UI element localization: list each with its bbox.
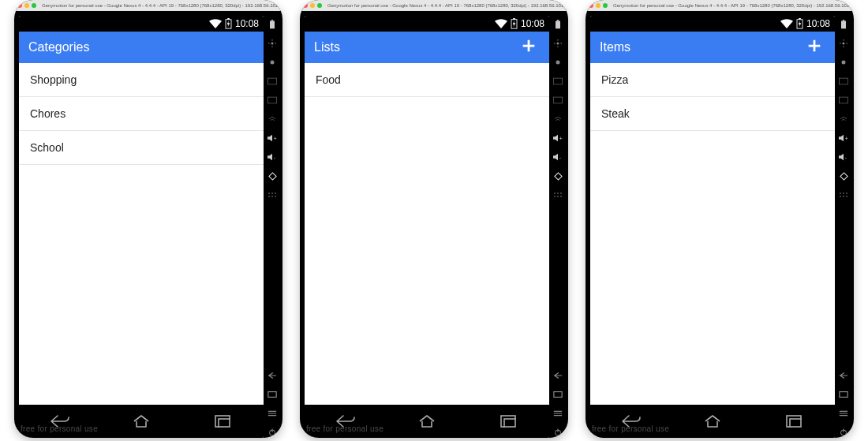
power-icon[interactable] bbox=[267, 427, 278, 438]
capture-icon[interactable] bbox=[838, 76, 849, 87]
list-item[interactable]: Chores bbox=[19, 97, 264, 131]
add-button[interactable] bbox=[518, 36, 540, 58]
svg-rect-22 bbox=[268, 392, 276, 398]
id-icon[interactable] bbox=[838, 95, 849, 106]
svg-point-7 bbox=[271, 43, 274, 45]
battery-icon[interactable] bbox=[267, 19, 278, 30]
svg-marker-43 bbox=[553, 154, 558, 161]
svg-point-80 bbox=[843, 196, 844, 197]
home-button[interactable] bbox=[697, 412, 728, 431]
svg-rect-75 bbox=[840, 172, 847, 179]
volume-up-icon[interactable]: + bbox=[838, 133, 849, 144]
svg-point-77 bbox=[843, 192, 844, 194]
network-icon[interactable] bbox=[267, 114, 278, 125]
add-button[interactable] bbox=[803, 36, 825, 58]
volume-down-icon[interactable]: - bbox=[838, 151, 849, 163]
toolbar-menu-icon[interactable] bbox=[838, 408, 849, 419]
toolbar-back-icon[interactable] bbox=[838, 370, 849, 381]
power-icon[interactable] bbox=[838, 427, 849, 438]
gps-icon[interactable] bbox=[838, 38, 849, 49]
camera-icon[interactable] bbox=[838, 57, 849, 68]
toolbar-back-icon[interactable] bbox=[552, 370, 563, 381]
svg-point-17 bbox=[271, 192, 273, 194]
svg-point-49 bbox=[554, 196, 556, 197]
toolbar-menu-icon[interactable] bbox=[267, 408, 278, 419]
volume-down-icon[interactable]: - bbox=[552, 151, 563, 163]
app-bar: Categories bbox=[19, 32, 264, 63]
svg-rect-35 bbox=[556, 21, 560, 29]
list-item[interactable]: Pizza bbox=[590, 63, 835, 97]
battery-charging-icon bbox=[225, 18, 232, 29]
capture-icon[interactable] bbox=[552, 76, 563, 87]
minimize-window-icon[interactable] bbox=[310, 3, 315, 8]
svg-rect-45 bbox=[554, 172, 561, 179]
toolbar-recent-icon[interactable] bbox=[838, 389, 849, 400]
battery-icon[interactable] bbox=[838, 19, 849, 30]
svg-point-48 bbox=[560, 192, 562, 194]
network-icon[interactable] bbox=[552, 114, 563, 125]
camera-icon[interactable] bbox=[552, 57, 563, 68]
close-window-icon[interactable] bbox=[17, 3, 22, 8]
rotate-icon[interactable] bbox=[552, 170, 563, 181]
close-window-icon[interactable] bbox=[589, 3, 593, 8]
svg-text:-: - bbox=[559, 155, 561, 160]
toolbar-recent-icon[interactable] bbox=[552, 389, 563, 400]
rotate-icon[interactable] bbox=[267, 170, 278, 181]
recent-button[interactable] bbox=[778, 412, 810, 431]
zoom-window-icon[interactable] bbox=[317, 3, 322, 8]
gps-icon[interactable] bbox=[267, 38, 278, 49]
rotate-icon[interactable] bbox=[838, 170, 849, 181]
toolbar-back-icon[interactable] bbox=[267, 370, 278, 381]
battery-charging-icon bbox=[796, 18, 803, 29]
pixel-grid-icon[interactable] bbox=[552, 189, 563, 200]
capture-icon[interactable] bbox=[267, 76, 278, 87]
svg-rect-29 bbox=[513, 18, 515, 20]
minimize-window-icon[interactable] bbox=[596, 3, 600, 8]
pixel-grid-icon[interactable] bbox=[838, 189, 849, 200]
pixel-grid-icon[interactable] bbox=[267, 189, 278, 200]
id-icon[interactable] bbox=[267, 95, 278, 106]
recent-button[interactable] bbox=[492, 412, 524, 431]
recent-button[interactable] bbox=[207, 412, 238, 431]
svg-point-8 bbox=[271, 61, 275, 65]
network-icon[interactable] bbox=[838, 114, 849, 125]
volume-up-icon[interactable]: + bbox=[267, 133, 278, 144]
volume-down-icon[interactable]: - bbox=[267, 151, 278, 163]
watermark: free for personal use bbox=[592, 424, 669, 433]
list-item[interactable]: School bbox=[19, 131, 264, 165]
list-item[interactable]: Food bbox=[305, 63, 549, 97]
svg-point-76 bbox=[840, 192, 841, 194]
svg-rect-33 bbox=[501, 416, 515, 427]
svg-marker-13 bbox=[268, 154, 272, 161]
list-item[interactable]: Steak bbox=[590, 97, 835, 131]
svg-rect-5 bbox=[270, 21, 275, 29]
app-bar-title: Categories bbox=[28, 40, 254, 54]
emulator-toolbar: + - bbox=[551, 16, 565, 438]
gps-icon[interactable] bbox=[552, 38, 563, 49]
toolbar-menu-icon[interactable] bbox=[552, 408, 563, 419]
app-bar: Lists bbox=[305, 32, 549, 63]
close-window-icon[interactable] bbox=[303, 3, 308, 8]
home-button[interactable] bbox=[125, 412, 157, 431]
id-icon[interactable] bbox=[552, 95, 563, 106]
list-item[interactable]: Shopping bbox=[19, 63, 264, 97]
camera-icon[interactable] bbox=[267, 57, 278, 68]
list-view[interactable]: ShoppingChoresSchool bbox=[19, 63, 264, 405]
volume-up-icon[interactable]: + bbox=[552, 133, 563, 144]
svg-marker-11 bbox=[268, 135, 272, 142]
svg-rect-36 bbox=[557, 20, 559, 21]
battery-icon[interactable] bbox=[552, 19, 563, 30]
svg-point-19 bbox=[268, 196, 270, 197]
power-icon[interactable] bbox=[552, 427, 563, 438]
list-view[interactable]: Food bbox=[305, 63, 549, 405]
svg-text:-: - bbox=[274, 155, 275, 160]
minimize-window-icon[interactable] bbox=[24, 3, 29, 8]
home-button[interactable] bbox=[411, 412, 443, 431]
svg-text:+: + bbox=[559, 136, 563, 141]
zoom-window-icon[interactable] bbox=[603, 3, 608, 8]
svg-rect-59 bbox=[799, 18, 801, 20]
list-view[interactable]: PizzaSteak bbox=[590, 63, 835, 405]
zoom-window-icon[interactable] bbox=[32, 3, 36, 8]
toolbar-recent-icon[interactable] bbox=[267, 389, 278, 400]
window-title: Genymotion for personal use - Google Nex… bbox=[42, 3, 279, 8]
